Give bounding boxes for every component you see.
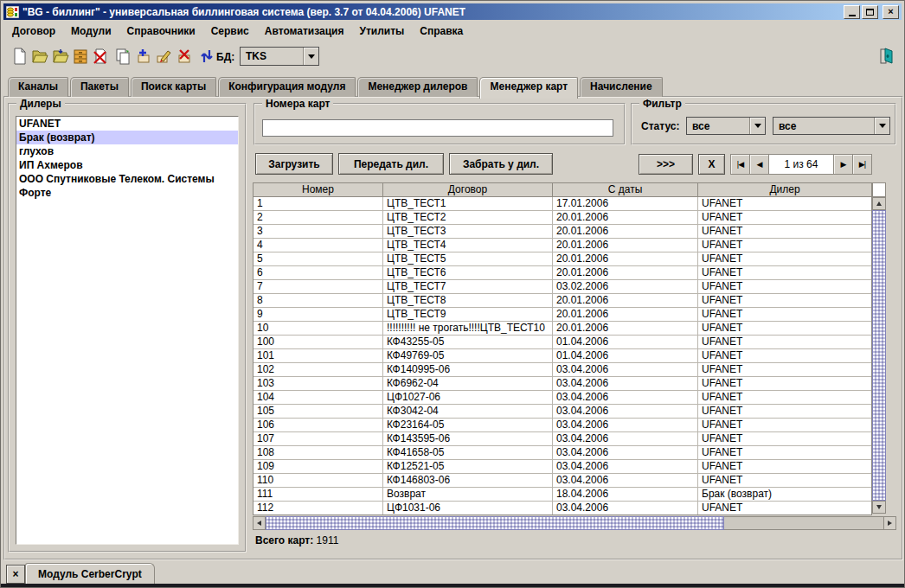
table-row[interactable]: 1 ЦТВ_ТЕСТ1 17.01.2006 UFANET [254,197,871,211]
module-close-button[interactable]: × [6,565,25,584]
cell-contract: ЦТВ_ТЕСТ1 [383,197,553,211]
cell-date: 20.01.2006 [553,239,698,252]
table-row[interactable]: 103 КФ6962-04 03.04.2006 UFANET [254,377,871,391]
dealer-list-item[interactable]: ИП Ахмеров [16,158,238,172]
table-row[interactable]: 102 КФ140995-06 03.04.2006 UFANET [254,363,871,377]
app-icon[interactable] [6,6,19,18]
copy-document-icon[interactable] [112,46,133,67]
table-row[interactable]: 107 КФ143595-06 03.04.2006 UFANET [254,432,871,446]
table-row[interactable]: 6 ЦТВ_ТЕСТ6 20.01.2006 UFANET [254,266,871,280]
dealer-list-item[interactable]: Брак (возврат) [16,131,238,144]
minimize-button[interactable] [844,5,860,19]
expand-button[interactable]: >>> [639,154,693,175]
cell-dealer: UFANET [698,252,871,266]
module-tab[interactable]: Модуль CerberCrypt [25,563,155,585]
tab[interactable]: Менеджер карт [479,77,578,99]
exit-icon[interactable] [876,46,897,67]
table-row[interactable]: 111 Возврат 18.04.2006 Брак (возврат) [254,488,871,502]
table-row[interactable]: 112 ЦФ1031-06 03.04.2006 UFANET [254,502,871,515]
menu-item[interactable]: Сервис [203,22,257,41]
column-header[interactable]: Номер [254,183,383,196]
table-row[interactable]: 4 ЦТВ_ТЕСТ4 20.01.2006 UFANET [254,239,871,252]
table-row[interactable]: 101 КФ49769-05 01.04.2006 UFANET [254,349,871,363]
type-combobox[interactable]: все [773,117,890,135]
previous-page-button[interactable]: ◀ [750,155,769,174]
filter-group-title: Фильтр [639,98,685,110]
card-numbers-input[interactable] [262,119,613,137]
menu-item[interactable]: Автоматизация [257,22,352,41]
vertical-scrollbar-thumb[interactable] [872,210,886,501]
scroll-up-button[interactable] [872,197,886,210]
import-folder-icon[interactable] [50,46,71,67]
close-button[interactable]: × [883,5,899,19]
tab[interactable]: Пакеты [70,77,129,97]
table-row[interactable]: 104 ЦФ1027-06 03.04.2006 UFANET [254,391,871,405]
table-row[interactable]: 108 КФ41658-05 03.04.2006 UFANET [254,446,871,460]
table-row[interactable]: 100 КФ43255-05 01.04.2006 UFANET [254,336,871,349]
close-icon: × [888,7,893,16]
tab[interactable]: Начисление [580,77,663,97]
dealer-list-item[interactable]: Форте [16,186,238,200]
dealer-list-item[interactable]: UFANET [16,117,238,131]
cell-contract: ЦТВ_ТЕСТ9 [383,308,553,322]
tab[interactable]: Конфигурация модуля [218,77,356,97]
cell-dealer: UFANET [698,474,871,488]
table-row[interactable]: 9 ЦТВ_ТЕСТ9 20.01.2006 UFANET [254,308,871,322]
take-from-dealer-button[interactable]: Забрать у дил. [449,153,553,175]
card-file-icon[interactable] [70,46,91,67]
new-document-icon[interactable] [10,46,30,67]
open-folder-icon[interactable] [29,46,50,67]
delete-document-icon[interactable] [90,46,111,67]
cell-number: 1 [254,197,383,211]
load-button[interactable]: Загрузить [255,153,333,175]
cell-number: 111 [254,488,383,502]
clear-button[interactable]: X [698,154,725,175]
table-row[interactable]: 2 ЦТВ_ТЕСТ2 20.01.2006 UFANET [254,211,871,225]
table-row[interactable]: 106 КФ23164-05 03.04.2006 UFANET [254,419,871,432]
remove-card-icon[interactable] [174,46,195,67]
scroll-left-button[interactable] [253,516,266,530]
column-header[interactable]: Договор [383,183,553,196]
dealer-list-item[interactable]: глухов [16,144,238,158]
maximize-button[interactable] [862,5,878,19]
filter-group: Фильтр Статус: все все [631,103,896,145]
total-cards-label: Всего карт: [255,534,313,546]
db-combobox[interactable]: TKS [240,47,319,66]
first-page-button[interactable]: |◀ [731,155,750,174]
page-indicator[interactable]: 1 из 64 [769,155,834,174]
add-card-icon[interactable] [133,46,154,67]
last-page-button[interactable]: ▶| [853,155,871,174]
transfer-to-dealer-button[interactable]: Передать дил. [338,153,444,175]
menu-item[interactable]: Справка [412,22,471,41]
scroll-down-button[interactable] [872,501,886,514]
tab[interactable]: Менеджер дилеров [357,77,478,97]
table-row[interactable]: 8 ЦТВ_ТЕСТ8 20.01.2006 UFANET [254,294,871,308]
cell-contract: ЦТВ_ТЕСТ7 [383,280,553,294]
tab[interactable]: Каналы [8,77,68,97]
table-row[interactable]: 105 КФ3042-04 03.04.2006 UFANET [254,405,871,419]
horizontal-scrollbar-thumb[interactable] [266,516,724,530]
table-row[interactable]: 5 ЦТВ_ТЕСТ5 20.01.2006 UFANET [254,252,871,266]
menu-item[interactable]: Утилиты [351,22,412,41]
table-row[interactable]: 7 ЦТВ_ТЕСТ7 03.02.2006 UFANET [254,280,871,294]
scroll-right-button[interactable] [883,516,896,530]
refresh-icon[interactable] [196,46,217,67]
menu-item[interactable]: Модули [63,22,119,41]
column-header[interactable]: С даты [553,183,698,196]
cell-date: 03.04.2006 [553,460,698,474]
horizontal-scrollbar[interactable] [253,516,896,530]
table-row[interactable]: 110 КФ146803-06 03.04.2006 UFANET [254,474,871,488]
next-page-button[interactable]: ▶ [834,155,853,174]
edit-card-icon[interactable] [153,46,174,67]
menu-item[interactable]: Справочники [119,22,203,41]
column-header[interactable]: Дилер [698,183,871,196]
menu-item[interactable]: Договор [4,22,63,41]
table-row[interactable]: 109 КФ12521-05 03.04.2006 UFANET [254,460,871,474]
chevron-down-icon [874,118,889,134]
dealer-list-item[interactable]: ООО Спутниковые Телеком. Системы [16,172,238,186]
status-combobox[interactable]: все [686,117,766,135]
tab[interactable]: Поиск карты [131,77,216,97]
vertical-scrollbar[interactable] [872,197,886,514]
table-row[interactable]: 10 !!!!!!!!!! не трогать!!!!ЦТВ_ТЕСТ10 2… [254,322,871,336]
table-row[interactable]: 3 ЦТВ_ТЕСТ3 20.01.2006 UFANET [254,225,871,239]
